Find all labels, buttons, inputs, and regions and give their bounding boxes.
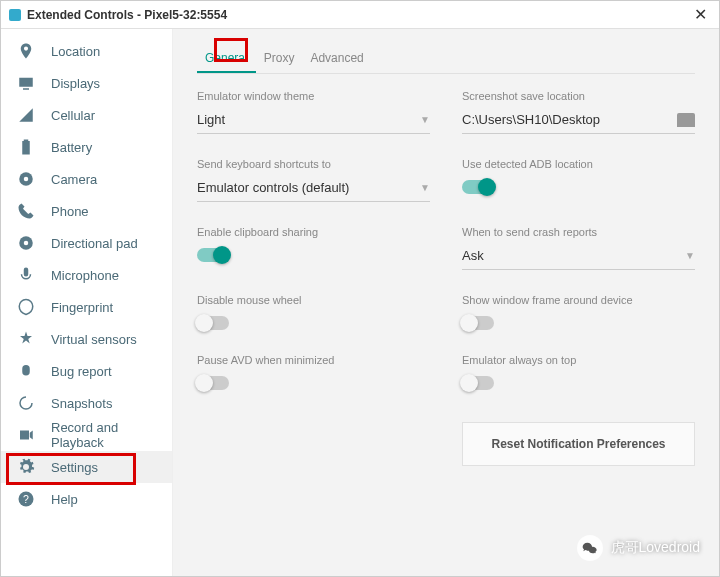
field-clipboard: Enable clipboard sharing bbox=[197, 226, 430, 270]
gear-icon bbox=[17, 458, 35, 476]
field-theme: Emulator window theme Light ▼ bbox=[197, 90, 430, 134]
sidebar: Location Displays Cellular Battery Camer… bbox=[1, 29, 173, 576]
phone-icon bbox=[17, 202, 35, 220]
svg-text:?: ? bbox=[23, 493, 29, 505]
sidebar-item-bug-report[interactable]: Bug report bbox=[1, 355, 172, 387]
field-screenshot-location: Screenshot save location C:\Users\SH10\D… bbox=[462, 90, 695, 134]
record-icon bbox=[17, 426, 35, 444]
fingerprint-icon bbox=[17, 298, 35, 316]
screenshot-value: C:\Users\SH10\Desktop bbox=[462, 112, 600, 127]
sidebar-item-record-playback[interactable]: Record and Playback bbox=[1, 419, 172, 451]
chevron-down-icon: ▼ bbox=[685, 250, 695, 261]
sidebar-item-settings[interactable]: Settings bbox=[1, 451, 172, 483]
svg-point-3 bbox=[24, 241, 29, 246]
frame-label: Show window frame around device bbox=[462, 294, 695, 306]
sidebar-item-microphone[interactable]: Microphone bbox=[1, 259, 172, 291]
sidebar-item-label: Settings bbox=[51, 460, 98, 475]
field-adb: Use detected ADB location bbox=[462, 158, 695, 202]
pause-label: Pause AVD when minimized bbox=[197, 354, 430, 366]
sidebar-item-camera[interactable]: Camera bbox=[1, 163, 172, 195]
field-ontop: Emulator always on top bbox=[462, 354, 695, 390]
crash-value: Ask bbox=[462, 248, 484, 263]
theme-label: Emulator window theme bbox=[197, 90, 430, 102]
battery-icon bbox=[17, 138, 35, 156]
snapshots-icon bbox=[17, 394, 35, 412]
adb-label: Use detected ADB location bbox=[462, 158, 695, 170]
close-icon[interactable]: ✕ bbox=[690, 5, 711, 24]
extended-controls-window: Extended Controls - Pixel5-32:5554 ✕ Loc… bbox=[0, 0, 720, 577]
sidebar-item-label: Bug report bbox=[51, 364, 112, 379]
watermark: 虎哥Lovedroid bbox=[577, 535, 701, 561]
sidebar-item-battery[interactable]: Battery bbox=[1, 131, 172, 163]
sidebar-item-virtual-sensors[interactable]: Virtual sensors bbox=[1, 323, 172, 355]
settings-grid: Emulator window theme Light ▼ Screenshot… bbox=[197, 90, 695, 466]
pause-toggle[interactable] bbox=[197, 376, 229, 390]
frame-toggle[interactable] bbox=[462, 316, 494, 330]
field-crash: When to send crash reports Ask ▼ bbox=[462, 226, 695, 270]
sidebar-item-cellular[interactable]: Cellular bbox=[1, 99, 172, 131]
clipboard-toggle[interactable] bbox=[197, 248, 229, 262]
screenshot-path[interactable]: C:\Users\SH10\Desktop bbox=[462, 106, 695, 134]
dpad-icon bbox=[17, 234, 35, 252]
field-shortcuts: Send keyboard shortcuts to Emulator cont… bbox=[197, 158, 430, 202]
sidebar-item-label: Virtual sensors bbox=[51, 332, 137, 347]
sidebar-item-label: Fingerprint bbox=[51, 300, 113, 315]
sidebar-item-fingerprint[interactable]: Fingerprint bbox=[1, 291, 172, 323]
sidebar-item-label: Directional pad bbox=[51, 236, 138, 251]
adb-toggle[interactable] bbox=[462, 180, 494, 194]
tab-general[interactable]: General bbox=[197, 45, 256, 73]
tab-advanced[interactable]: Advanced bbox=[302, 45, 371, 73]
sidebar-item-label: Microphone bbox=[51, 268, 119, 283]
sidebar-item-label: Record and Playback bbox=[51, 420, 156, 450]
sidebar-item-label: Camera bbox=[51, 172, 97, 187]
theme-select[interactable]: Light ▼ bbox=[197, 106, 430, 134]
displays-icon bbox=[17, 74, 35, 92]
content-area: General Proxy Advanced Emulator window t… bbox=[173, 29, 719, 576]
sidebar-item-directional-pad[interactable]: Directional pad bbox=[1, 227, 172, 259]
bug-icon bbox=[17, 362, 35, 380]
microphone-icon bbox=[17, 266, 35, 284]
sidebar-item-label: Battery bbox=[51, 140, 92, 155]
folder-icon[interactable] bbox=[677, 113, 695, 127]
tab-proxy[interactable]: Proxy bbox=[256, 45, 303, 73]
window-title: Extended Controls - Pixel5-32:5554 bbox=[27, 8, 690, 22]
field-mouse: Disable mouse wheel bbox=[197, 294, 430, 330]
theme-value: Light bbox=[197, 112, 225, 127]
sidebar-item-displays[interactable]: Displays bbox=[1, 67, 172, 99]
screenshot-label: Screenshot save location bbox=[462, 90, 695, 102]
ontop-toggle[interactable] bbox=[462, 376, 494, 390]
wechat-icon bbox=[577, 535, 603, 561]
sidebar-item-label: Phone bbox=[51, 204, 89, 219]
sidebar-item-label: Location bbox=[51, 44, 100, 59]
mouse-toggle[interactable] bbox=[197, 316, 229, 330]
sensors-icon bbox=[17, 330, 35, 348]
clipboard-label: Enable clipboard sharing bbox=[197, 226, 430, 238]
cellular-icon bbox=[17, 106, 35, 124]
ontop-label: Emulator always on top bbox=[462, 354, 695, 366]
sidebar-item-label: Displays bbox=[51, 76, 100, 91]
sidebar-item-label: Help bbox=[51, 492, 78, 507]
sidebar-item-label: Cellular bbox=[51, 108, 95, 123]
camera-icon bbox=[17, 170, 35, 188]
location-icon bbox=[17, 42, 35, 60]
chevron-down-icon: ▼ bbox=[420, 182, 430, 193]
shortcuts-label: Send keyboard shortcuts to bbox=[197, 158, 430, 170]
sidebar-item-phone[interactable]: Phone bbox=[1, 195, 172, 227]
field-frame: Show window frame around device bbox=[462, 294, 695, 330]
chevron-down-icon: ▼ bbox=[420, 114, 430, 125]
field-pause: Pause AVD when minimized bbox=[197, 354, 430, 390]
reset-notifications-button[interactable]: Reset Notification Preferences bbox=[462, 422, 695, 466]
sidebar-item-location[interactable]: Location bbox=[1, 35, 172, 67]
svg-point-1 bbox=[24, 177, 29, 182]
crash-label: When to send crash reports bbox=[462, 226, 695, 238]
app-icon bbox=[9, 9, 21, 21]
tabs: General Proxy Advanced bbox=[197, 45, 695, 74]
mouse-label: Disable mouse wheel bbox=[197, 294, 430, 306]
titlebar: Extended Controls - Pixel5-32:5554 ✕ bbox=[1, 1, 719, 29]
crash-select[interactable]: Ask ▼ bbox=[462, 242, 695, 270]
sidebar-item-label: Snapshots bbox=[51, 396, 112, 411]
sidebar-item-help[interactable]: ? Help bbox=[1, 483, 172, 515]
watermark-text: 虎哥Lovedroid bbox=[611, 539, 701, 557]
shortcuts-select[interactable]: Emulator controls (default) ▼ bbox=[197, 174, 430, 202]
sidebar-item-snapshots[interactable]: Snapshots bbox=[1, 387, 172, 419]
